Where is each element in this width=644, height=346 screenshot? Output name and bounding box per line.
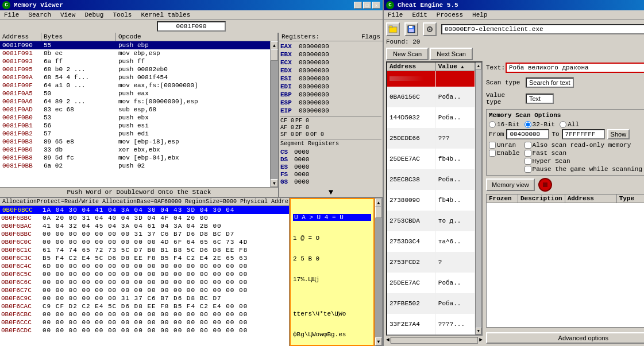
- show-button[interactable]: Show: [607, 129, 630, 139]
- menu-tools[interactable]: Tools: [111, 11, 133, 19]
- disasm-row[interactable]: 0081F0B0 53 push ebx: [0, 114, 270, 122]
- disasm-row[interactable]: 0081F0BB 6a 02 push 02: [0, 162, 270, 170]
- menu-view[interactable]: View: [59, 11, 77, 19]
- pause-game-checkbox[interactable]: [525, 166, 531, 173]
- scroll-up-arrow[interactable]: ▲: [271, 41, 278, 49]
- scan-type-dropdown[interactable]: Search for text Exact Value Bigger than.…: [526, 77, 574, 88]
- settings-button[interactable]: [423, 22, 437, 36]
- disasm-row[interactable]: 0081F091 8b ec mov ebp,esp: [0, 49, 270, 57]
- hex-row[interactable]: 0B0F6C7C 00 00 00 00 00 00 00 00 00 00 0…: [0, 286, 289, 294]
- ce-menu-file[interactable]: File: [386, 11, 404, 19]
- hex-row[interactable]: 0B0F6C3C B5 F4 C2 E4 5C D6 D8 EE F8 B5 F…: [0, 254, 289, 262]
- hex-row[interactable]: 0B0F6C9C 00 00 00 00 00 00 31 37 C6 B7 D…: [0, 294, 289, 302]
- hex-row[interactable]: 0B0F6C4C 6D 00 00 00 00 00 00 00 00 00 0…: [0, 262, 289, 270]
- new-scan-button[interactable]: New Scan: [386, 48, 429, 60]
- result-row[interactable]: 27380090fb4b..: [387, 190, 475, 211]
- stop-button[interactable]: [538, 178, 552, 192]
- hex-row[interactable]: 0B0F6CAC C9 CF D2 C2 E4 5C D6 D8 EE F8 B…: [0, 302, 289, 310]
- result-row[interactable]: 33F2E7A4????...: [387, 314, 475, 335]
- result-row[interactable]: 2753FCD2?: [387, 252, 475, 273]
- disasm-row[interactable]: 0081F0B8 89 5d fc mov [ebp-04],ebx: [0, 154, 270, 162]
- bit-32-radio[interactable]: [525, 121, 531, 128]
- disasm-row[interactable]: 0081F0B3 89 65 e8 mov [ebp-18],esp: [0, 138, 270, 146]
- menu-search[interactable]: Search: [26, 11, 53, 19]
- close-button[interactable]: ✕: [372, 2, 380, 9]
- disasm-row[interactable]: 0081F0A5 50 push eax: [0, 90, 270, 98]
- hex-scroll-track[interactable]: [375, 207, 382, 337]
- disasm-row[interactable]: 0081F0B1 56 push esi: [0, 122, 270, 130]
- hex-row[interactable]: 0B0F6CBC 00 00 00 00 00 00 00 00 00 00 0…: [0, 310, 289, 318]
- result-row[interactable]: 25DEE7ACfb4b..: [387, 149, 475, 169]
- disasm-row[interactable]: 0081F0AD 83 ec 68 sub esp,68: [0, 106, 270, 114]
- hex-row[interactable]: 0B0F6BBC 00 00 00 00 00 00 00 31 37 C6 B…: [0, 230, 289, 238]
- disasm-row[interactable]: 0081F0B2 57 push edi: [0, 130, 270, 138]
- process-name-input[interactable]: [441, 24, 644, 34]
- result-row[interactable]: 144D5032Роба..: [387, 107, 475, 128]
- hex-row[interactable]: 0B0F6C0C 00 00 00 00 00 00 00 00 00 4D 6…: [0, 238, 289, 246]
- menu-file[interactable]: File: [2, 11, 21, 19]
- disasm-row[interactable]: 0081F090 55 push ebp: [0, 41, 270, 49]
- ce-menu-help[interactable]: Help: [471, 11, 489, 19]
- results-scroll-left[interactable]: ◄: [386, 337, 390, 344]
- hyper-scan-checkbox[interactable]: [525, 158, 531, 165]
- value-type-dropdown[interactable]: Text Byte 2 Bytes 4 Bytes: [526, 94, 554, 104]
- result-row[interactable]: [387, 71, 475, 87]
- hex-row[interactable]: 0B0F6BBC 0A 20 00 31 04 40 04 3D 04 4F 0…: [0, 214, 289, 222]
- result-row[interactable]: 2753D3C4та^6..: [387, 231, 475, 252]
- next-scan-button[interactable]: Next Scan: [430, 48, 473, 60]
- bit-16-radio[interactable]: [489, 121, 496, 128]
- result-row[interactable]: 2753CBDAто д..: [387, 211, 475, 231]
- from-address-input[interactable]: [506, 129, 549, 139]
- save-button[interactable]: [404, 22, 418, 36]
- result-row[interactable]: 0BA6156CРоба..: [387, 87, 475, 107]
- results-scroll-down[interactable]: ▼: [476, 328, 481, 335]
- result-row[interactable]: 27FBE502Роба..: [387, 293, 475, 314]
- hex-row[interactable]: 0B0F6BCC 1A 04 30 04 41 04 3A 04 30 04 4…: [0, 206, 289, 214]
- open-process-button[interactable]: [386, 22, 400, 36]
- result-row[interactable]: 25ECBC38Роба..: [387, 169, 475, 190]
- hex-row[interactable]: 0B0F6C1C 61 74 74 65 72 73 5C D7 B0 B1 B…: [0, 246, 289, 254]
- hex-row[interactable]: 0B0F6C6C 00 00 00 00 00 00 00 00 00 00 0…: [0, 278, 289, 286]
- disasm-row[interactable]: 0081F09A 68 54 4 f... push 0081f454: [0, 73, 270, 81]
- fast-scan-checkbox[interactable]: [525, 150, 531, 157]
- maximize-button[interactable]: □: [363, 2, 371, 9]
- col-address[interactable]: Address: [387, 63, 435, 71]
- results-scrollbar[interactable]: ▲ ▼: [475, 63, 481, 335]
- scroll-down-arrow[interactable]: ▼: [271, 179, 278, 187]
- disasm-scrollbar[interactable]: ▲ ▼: [270, 41, 278, 187]
- menu-kernel[interactable]: Kernel tables: [139, 11, 192, 19]
- hex-row[interactable]: 0B0F6CDC 00 00 00 00 00 00 00 00 00 00 0…: [0, 326, 289, 335]
- result-row[interactable]: 25DEE7ACРоба..: [387, 273, 475, 293]
- memory-view-button[interactable]: Memory view: [486, 178, 535, 191]
- results-scroll-right[interactable]: ►: [479, 337, 483, 344]
- enable-checkbox[interactable]: [489, 150, 496, 157]
- hex-scroll-up[interactable]: ▲: [375, 199, 382, 207]
- results-scroll-track[interactable]: [476, 69, 481, 328]
- hex-row[interactable]: 0B0F6CCC 00 00 00 00 00 00 00 00 00 00 0…: [0, 318, 289, 326]
- hex-row[interactable]: 0B0F6C5C 00 00 00 00 00 00 00 00 00 00 0…: [0, 270, 289, 278]
- to-address-input[interactable]: [562, 129, 605, 139]
- advanced-options-button[interactable]: Advanced options: [486, 332, 644, 344]
- ce-menu-process[interactable]: Process: [435, 11, 465, 19]
- result-row[interactable]: 25DEDE66???: [387, 128, 475, 149]
- disasm-row[interactable]: 0081F0A6 64 89 2 ... mov fs:[00000000],e…: [0, 98, 270, 106]
- hex-scroll-down[interactable]: ▼: [375, 337, 382, 345]
- scroll-track[interactable]: [271, 49, 278, 179]
- unran-checkbox[interactable]: [489, 142, 496, 149]
- address-input[interactable]: [157, 21, 226, 32]
- results-scroll-up[interactable]: ▲: [476, 63, 481, 69]
- disasm-row[interactable]: 0081F09F 64 a1 0 ... mov eax,fs:[0000000…: [0, 81, 270, 90]
- search-text-input[interactable]: [506, 63, 644, 73]
- readonly-checkbox[interactable]: [525, 142, 531, 149]
- hex-row[interactable]: 0B0F6BAC 41 04 32 04 45 04 3A 04 61 04 3…: [0, 222, 289, 230]
- hex-scrollbar[interactable]: ▲ ▼: [375, 198, 383, 346]
- minimize-button[interactable]: _: [354, 2, 362, 9]
- bit-all-radio[interactable]: [560, 121, 566, 128]
- menu-debug[interactable]: Debug: [83, 11, 105, 19]
- disasm-row[interactable]: 0081F093 6a ff push ff: [0, 57, 270, 65]
- ce-menu-edit[interactable]: Edit: [410, 11, 429, 19]
- col-value[interactable]: Value ▲: [435, 63, 475, 71]
- disasm-row[interactable]: 0081F095 68 b0 2 ... push 00882eb0: [0, 65, 270, 73]
- reg-scroll-down[interactable]: ▼: [280, 188, 381, 197]
- disasm-row[interactable]: 0081F0B6 33 db xor ebx,ebx: [0, 146, 270, 154]
